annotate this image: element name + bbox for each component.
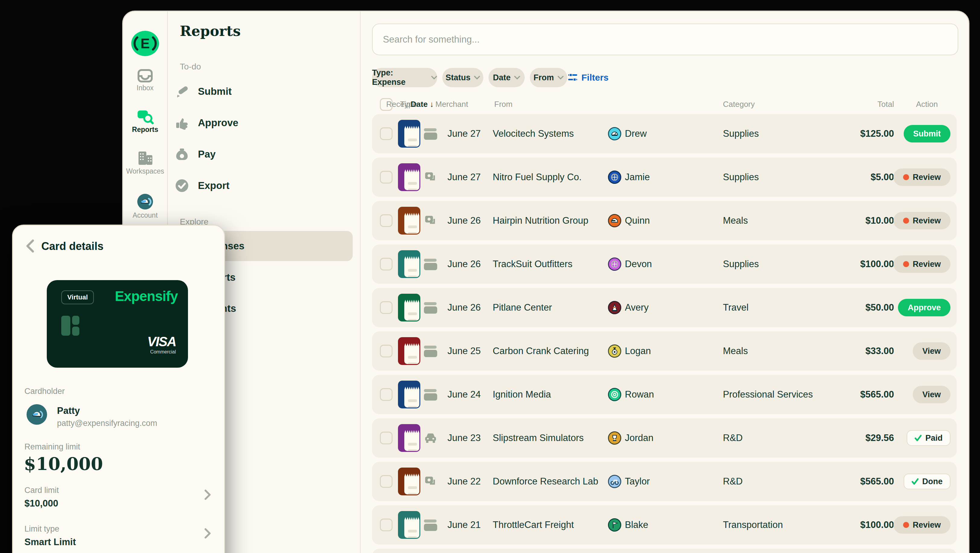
cardholder-name: Patty	[57, 405, 80, 416]
col-header-from[interactable]: From	[494, 100, 512, 109]
receipt-thumbnail[interactable]	[398, 511, 420, 539]
action-button[interactable]: View	[913, 342, 950, 360]
chevron-right-icon	[204, 528, 211, 539]
receipt-thumbnail[interactable]	[398, 207, 420, 234]
filter-chip-from[interactable]: From	[530, 68, 567, 87]
expense-merchant: Hairpin Nutrition Group	[493, 215, 589, 226]
action-button[interactable]: Approve	[898, 299, 950, 316]
action-button[interactable]: Review	[893, 169, 950, 186]
expense-type-icon	[423, 170, 438, 185]
search-bar[interactable]	[372, 24, 958, 55]
inbox-icon	[137, 69, 153, 83]
search-input[interactable]	[372, 34, 958, 45]
filter-chip-date[interactable]: Date	[488, 68, 525, 87]
modal-title: Card details	[41, 240, 103, 253]
todo-item-approve[interactable]: Approve	[174, 112, 239, 134]
sidebar-item-workspaces[interactable]: Workspaces	[123, 150, 167, 175]
review-dot-icon	[903, 218, 909, 224]
row-checkbox[interactable]	[380, 388, 393, 401]
gauge-avatar-icon	[608, 127, 621, 140]
col-header-date[interactable]: Date ↓	[410, 100, 434, 109]
receipt-thumbnail[interactable]	[398, 381, 420, 408]
todo-item-submit[interactable]: Submit	[174, 81, 232, 102]
expense-merchant: Velocitech Systems	[493, 128, 574, 139]
sidebar-item-reports[interactable]: Reports	[123, 109, 167, 134]
table-row[interactable]: June 21 ThrottleCart Freight Blake Trans…	[372, 505, 957, 545]
expense-total: $29.56	[865, 433, 894, 443]
todo-item-export[interactable]: Export	[174, 175, 230, 196]
col-header-total[interactable]: Total	[877, 100, 894, 109]
card-chip-icon	[61, 316, 80, 336]
pencil-icon	[174, 84, 189, 99]
expense-merchant: Nitro Fuel Supply Co.	[493, 172, 582, 183]
spiral-avatar-icon	[608, 388, 621, 401]
table-row[interactable]: June 23 Slipstream Simulators Jordan R&D…	[372, 418, 957, 457]
todo-item-pay[interactable]: Pay	[174, 144, 216, 165]
filter-chip-type[interactable]: Type: Expense	[372, 68, 437, 87]
table-row[interactable]: June 27 Nitro Fuel Supply Co. Jamie Supp…	[372, 158, 957, 197]
sidebar-item-label: Account	[123, 211, 167, 220]
expense-category: Supplies	[723, 128, 759, 139]
cardholder-avatar	[27, 404, 47, 425]
col-header-category[interactable]: Category	[723, 100, 755, 109]
money-bag-icon	[174, 147, 189, 162]
row-checkbox[interactable]	[380, 432, 393, 444]
expense-category: Travel	[723, 302, 749, 313]
table-row[interactable]: June 24 Ignition Media Rowan Professiona…	[372, 375, 957, 414]
sidebar-item-account[interactable]: Account	[123, 193, 167, 220]
action-button[interactable]: View	[913, 386, 950, 403]
action-button[interactable]: Review	[893, 255, 950, 273]
receipt-thumbnail[interactable]	[398, 120, 420, 148]
row-checkbox[interactable]	[380, 301, 393, 314]
account-avatar-icon	[137, 193, 154, 210]
moto-avatar-icon	[608, 475, 621, 488]
expense-merchant: ThrottleCart Freight	[493, 520, 574, 531]
table-row[interactable]: June 26 Hairpin Nutrition Group Quinn Me…	[372, 201, 957, 240]
row-checkbox[interactable]	[380, 171, 393, 183]
row-checkbox[interactable]	[380, 519, 393, 531]
expense-category: Supplies	[723, 259, 759, 269]
row-checkbox[interactable]	[380, 127, 393, 140]
row-checkbox[interactable]	[380, 475, 393, 488]
expense-from: Avery	[625, 302, 649, 313]
action-button[interactable]: Submit	[904, 125, 951, 142]
action-button[interactable]: Review	[893, 516, 950, 534]
row-checkbox[interactable]	[380, 345, 393, 357]
expense-date: June 25	[447, 346, 480, 357]
action-button[interactable]: Review	[893, 212, 950, 229]
filters-link[interactable]: Filters	[568, 68, 609, 87]
flag-avatar-icon	[608, 518, 621, 532]
filter-chip-status[interactable]: Status	[442, 68, 484, 87]
receipt-thumbnail[interactable]	[398, 294, 420, 322]
card-limit-row-chevron[interactable]	[204, 489, 211, 501]
receipt-thumbnail[interactable]	[398, 250, 420, 278]
chevron-down-icon	[558, 76, 564, 80]
action-button[interactable]: Done	[904, 473, 951, 489]
check-circle-icon	[174, 178, 189, 193]
col-header-action[interactable]: Action	[916, 100, 938, 109]
back-button[interactable]	[25, 239, 34, 254]
action-button[interactable]: Paid	[907, 430, 950, 446]
receipt-thumbnail[interactable]	[398, 424, 420, 452]
sidebar-item-label: Inbox	[123, 84, 167, 92]
table-row[interactable]: June 25 Carbon Crank Catering Logan Meal…	[372, 331, 957, 371]
expense-total: $565.00	[860, 476, 894, 487]
receipt-thumbnail[interactable]	[398, 163, 420, 191]
receipt-thumbnail[interactable]	[398, 337, 420, 365]
expense-total: $125.00	[860, 128, 894, 139]
table-row[interactable]: June 22 Downforce Research Lab Taylor R&…	[372, 462, 957, 501]
expense-type-icon	[423, 126, 438, 141]
row-checkbox[interactable]	[380, 214, 393, 227]
limit-type-row-chevron[interactable]	[204, 528, 211, 540]
table-row[interactable]: June 27 Velocitech Systems Drew Supplies…	[372, 114, 957, 153]
table-row[interactable]: June 26 Pitlane Center Avery Travel $50.…	[372, 288, 957, 327]
expensify-logo-icon[interactable]: E	[130, 30, 160, 57]
row-checkbox[interactable]	[380, 258, 393, 271]
virtual-card-preview: Virtual Expensify VISACommercial	[47, 280, 188, 368]
col-header-merchant[interactable]: Merchant	[435, 100, 468, 109]
sidebar-item-inbox[interactable]: Inbox	[123, 69, 167, 92]
table-row[interactable]: June 26 TrackSuit Outfitters Devon Suppl…	[372, 244, 957, 284]
expense-from: Jamie	[625, 172, 650, 183]
trophy-avatar-icon	[608, 431, 621, 445]
receipt-thumbnail[interactable]	[398, 468, 420, 496]
